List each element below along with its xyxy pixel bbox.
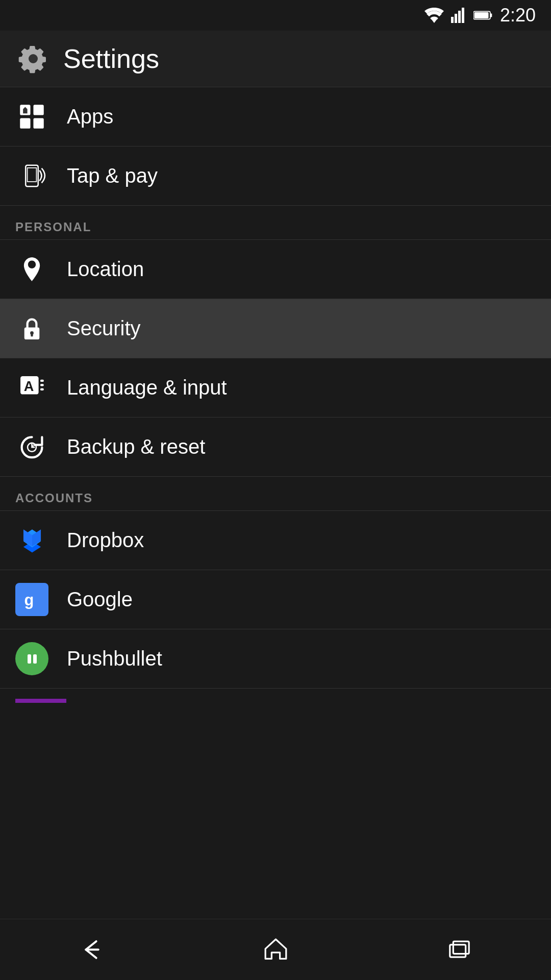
svg-rect-37	[453, 941, 469, 953]
personal-section-label: PERSONAL	[15, 220, 91, 234]
svg-text:g: g	[24, 591, 34, 609]
status-icons: 2:20	[424, 5, 536, 26]
battery-icon	[473, 10, 493, 21]
status-bar: 2:20	[0, 0, 551, 31]
svg-rect-0	[451, 17, 454, 23]
google-label: Google	[67, 588, 133, 611]
security-icon	[15, 312, 48, 345]
settings-item-security[interactable]: Security	[0, 299, 551, 358]
settings-item-google[interactable]: g Google	[0, 570, 551, 629]
home-button[interactable]	[255, 929, 296, 970]
backup-icon	[15, 430, 48, 463]
settings-item-language-input[interactable]: A Language & input	[0, 358, 551, 417]
location-label: Location	[67, 258, 144, 281]
svg-rect-1	[455, 14, 457, 23]
svg-rect-10	[20, 118, 30, 128]
svg-rect-5	[490, 14, 492, 17]
security-label: Security	[67, 317, 141, 340]
backup-reset-label: Backup & reset	[67, 435, 205, 458]
language-icon: A	[15, 371, 48, 404]
settings-item-tap-pay[interactable]: Tap & pay	[0, 146, 551, 205]
dropbox-label: Dropbox	[67, 529, 144, 552]
partial-item	[0, 689, 551, 729]
wifi-icon	[424, 8, 444, 23]
location-icon	[15, 253, 48, 286]
google-icon: g	[15, 583, 48, 616]
page-title: Settings	[63, 43, 159, 74]
svg-rect-9	[33, 105, 43, 115]
settings-item-pushbullet[interactable]: Pushbullet	[0, 629, 551, 688]
svg-rect-11	[33, 118, 43, 128]
back-button[interactable]	[71, 929, 112, 970]
dropbox-icon	[15, 524, 48, 557]
svg-text:A: A	[24, 378, 34, 394]
signal-icon	[451, 8, 466, 23]
svg-rect-3	[462, 8, 464, 23]
apps-icon	[15, 100, 48, 133]
svg-rect-35	[28, 654, 31, 664]
svg-rect-38	[449, 945, 465, 957]
svg-rect-16	[31, 333, 33, 336]
svg-rect-21	[40, 388, 44, 390]
svg-rect-19	[40, 380, 44, 382]
settings-item-apps[interactable]: Apps	[0, 87, 551, 146]
app-header: Settings	[0, 31, 551, 87]
personal-section-header: PERSONAL	[0, 206, 551, 239]
status-time: 2:20	[500, 5, 536, 26]
svg-rect-6	[474, 12, 489, 18]
tap-pay-label: Tap & pay	[67, 164, 158, 187]
svg-rect-2	[458, 11, 461, 23]
pushbullet-icon	[15, 642, 48, 675]
svg-rect-20	[40, 384, 44, 386]
settings-item-backup-reset[interactable]: Backup & reset	[0, 418, 551, 476]
accounts-section-header: ACCOUNTS	[0, 477, 551, 510]
recents-button[interactable]	[439, 929, 480, 970]
svg-point-7	[29, 54, 38, 63]
svg-rect-36	[33, 654, 37, 664]
settings-gear-icon	[15, 41, 51, 77]
apps-label: Apps	[67, 105, 113, 128]
accounts-section-label: ACCOUNTS	[15, 491, 93, 505]
nav-bar	[0, 919, 551, 980]
pushbullet-label: Pushbullet	[67, 647, 162, 670]
tap-pay-icon	[15, 159, 48, 192]
partial-bar	[15, 699, 66, 703]
language-label: Language & input	[67, 376, 227, 399]
settings-item-dropbox[interactable]: Dropbox	[0, 511, 551, 570]
settings-item-location[interactable]: Location	[0, 240, 551, 299]
svg-point-34	[22, 649, 42, 669]
settings-list: Apps Tap & pay PERSONAL Location	[0, 87, 551, 919]
svg-rect-13	[28, 168, 37, 182]
